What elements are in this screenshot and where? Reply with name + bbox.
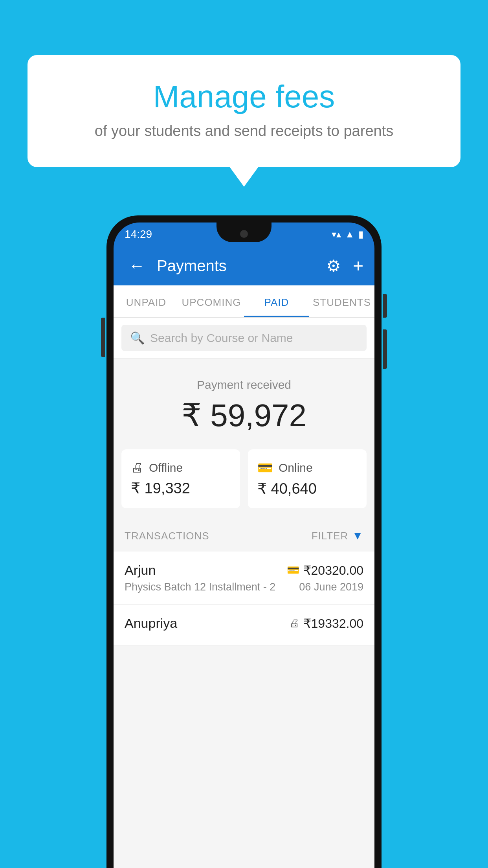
online-payment-icon: 💳 (287, 564, 299, 576)
status-bar: 14:29 ▾▴ ▲ ▮ (114, 223, 374, 246)
transactions-header: TRANSACTIONS FILTER ▼ (114, 520, 374, 552)
search-bar[interactable]: 🔍 Search by Course or Name (121, 325, 367, 351)
signal-icon: ▲ (345, 229, 354, 240)
online-amount: ₹ 40,640 (257, 480, 357, 497)
battery-icon: ▮ (358, 229, 363, 240)
transaction-amount: ₹19332.00 (303, 616, 363, 631)
transaction-amount-wrap: 🖨 ₹19332.00 (289, 616, 363, 631)
status-icons: ▾▴ ▲ ▮ (332, 229, 363, 240)
add-button[interactable]: + (353, 255, 363, 276)
speech-bubble-section: Manage fees of your students and send re… (28, 55, 460, 167)
notch (216, 223, 272, 242)
bubble-title: Manage fees (59, 79, 429, 115)
tabs-bar: UNPAID UPCOMING PAID STUDENTS (114, 285, 374, 318)
app-title: Payments (157, 257, 318, 275)
transaction-bottom: Physics Batch 12 Installment - 2 06 June… (125, 581, 363, 593)
camera-dot (240, 230, 248, 238)
offline-icon: 🖨 (131, 460, 143, 475)
payment-amount: ₹ 59,972 (129, 397, 359, 434)
offline-label: Offline (149, 461, 183, 474)
filter-icon: ▼ (352, 530, 363, 542)
speech-bubble: Manage fees of your students and send re… (28, 55, 460, 167)
payment-summary: Payment received ₹ 59,972 (114, 359, 374, 449)
payment-received-label: Payment received (129, 378, 359, 392)
online-card-header: 💳 Online (257, 460, 357, 475)
offline-payment-icon: 🖨 (289, 617, 299, 629)
online-icon: 💳 (257, 460, 273, 475)
tab-unpaid[interactable]: UNPAID (114, 285, 179, 317)
transaction-name: Arjun (125, 563, 156, 578)
power-button-top (383, 294, 387, 318)
filter-label: FILTER (312, 530, 349, 542)
settings-icon[interactable]: ⚙ (326, 256, 341, 276)
status-time: 14:29 (125, 228, 152, 241)
online-card: 💳 Online ₹ 40,640 (248, 449, 367, 508)
transaction-amount: ₹20320.00 (303, 563, 363, 578)
volume-button (101, 318, 105, 357)
phone-inner: 14:29 ▾▴ ▲ ▮ ← Payments ⚙ + UNPAID (114, 223, 374, 868)
transaction-row[interactable]: Arjun 💳 ₹20320.00 Physics Batch 12 Insta… (114, 552, 374, 605)
search-container: 🔍 Search by Course or Name (114, 318, 374, 359)
power-button-bottom (383, 329, 387, 369)
transaction-course: Physics Batch 12 Installment - 2 (125, 581, 275, 593)
transaction-top: Anupriya 🖨 ₹19332.00 (125, 616, 363, 631)
tab-upcoming[interactable]: UPCOMING (179, 285, 244, 317)
screen-content: 🔍 Search by Course or Name Payment recei… (114, 318, 374, 868)
transaction-date: 06 June 2019 (299, 581, 363, 593)
payment-cards: 🖨 Offline ₹ 19,332 💳 Online ₹ 40,640 (114, 449, 374, 520)
bubble-subtitle: of your students and send receipts to pa… (59, 123, 429, 140)
transaction-name: Anupriya (125, 616, 177, 631)
offline-card-header: 🖨 Offline (131, 460, 231, 475)
offline-card: 🖨 Offline ₹ 19,332 (121, 449, 240, 508)
tab-students[interactable]: STUDENTS (309, 285, 374, 317)
back-button[interactable]: ← (125, 252, 149, 279)
search-icon: 🔍 (130, 331, 145, 345)
transactions-label: TRANSACTIONS (125, 530, 209, 542)
transaction-amount-wrap: 💳 ₹20320.00 (287, 563, 363, 578)
offline-amount: ₹ 19,332 (131, 480, 231, 497)
app-bar: ← Payments ⚙ + (114, 246, 374, 285)
tab-paid[interactable]: PAID (244, 285, 309, 317)
transaction-row[interactable]: Anupriya 🖨 ₹19332.00 (114, 605, 374, 645)
phone-mockup: 14:29 ▾▴ ▲ ▮ ← Payments ⚙ + UNPAID (106, 215, 382, 868)
phone-outer: 14:29 ▾▴ ▲ ▮ ← Payments ⚙ + UNPAID (106, 215, 382, 868)
online-label: Online (279, 461, 313, 474)
wifi-icon: ▾▴ (332, 229, 341, 240)
search-input[interactable]: Search by Course or Name (150, 331, 293, 345)
transaction-top: Arjun 💳 ₹20320.00 (125, 563, 363, 578)
filter-button[interactable]: FILTER ▼ (312, 530, 363, 542)
